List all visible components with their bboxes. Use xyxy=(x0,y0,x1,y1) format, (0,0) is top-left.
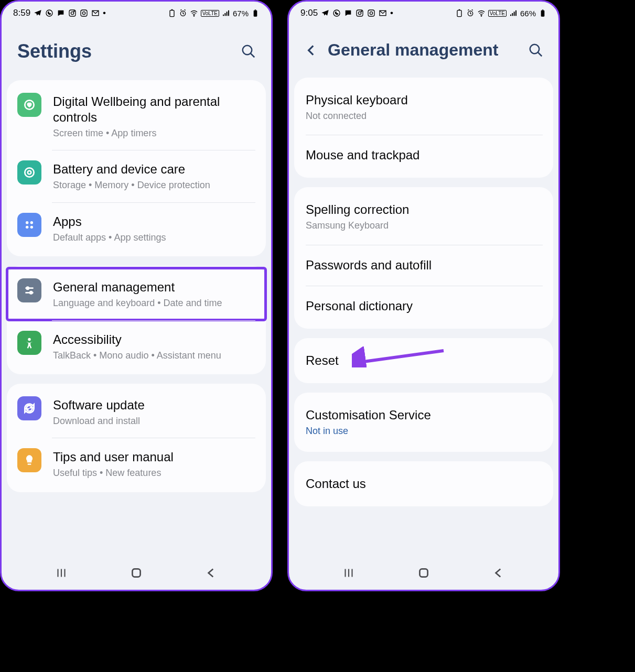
svg-point-15 xyxy=(28,171,31,175)
dot-icon: • xyxy=(103,8,106,18)
item-label: Tips and user manual xyxy=(53,449,254,465)
telegram-icon xyxy=(34,9,42,17)
gmail-icon xyxy=(91,9,100,17)
item-physical-keyboard[interactable]: Physical keyboard Not connected xyxy=(294,80,553,135)
item-sub: Default apps • App settings xyxy=(53,232,254,244)
svg-point-17 xyxy=(30,221,33,224)
search-button[interactable] xyxy=(528,42,544,58)
status-left: 8:59 • xyxy=(13,8,106,18)
svg-rect-11 xyxy=(255,9,256,10)
status-bar: 9:05 • VoLTE 66% xyxy=(289,2,558,21)
item-label: Battery and device care xyxy=(53,161,254,177)
svg-rect-31 xyxy=(457,10,461,17)
target-icon xyxy=(17,160,41,185)
svg-rect-28 xyxy=(368,10,374,16)
volte-icon: VoLTE xyxy=(488,10,507,17)
chat-icon xyxy=(344,9,352,17)
item-tips[interactable]: Tips and user manual Useful tips • New f… xyxy=(7,438,266,490)
alarm-icon xyxy=(179,9,187,17)
card: Software update Download and install Tip… xyxy=(7,384,266,492)
item-software-update[interactable]: Software update Download and install xyxy=(7,386,266,438)
svg-rect-35 xyxy=(542,9,544,10)
item-passwords[interactable]: Passwords and autofill xyxy=(294,245,553,286)
header: General management xyxy=(289,21,558,78)
settings-list[interactable]: Digital Wellbeing and parental controls … xyxy=(2,80,271,559)
item-spelling[interactable]: Spelling correction Samsung Keyboard xyxy=(294,189,553,244)
item-label: Digital Wellbeing and parental controls xyxy=(53,94,254,125)
item-sub: Language and keyboard • Date and time xyxy=(53,297,254,309)
item-label: Physical keyboard xyxy=(306,92,542,108)
volte-icon: VoLTE xyxy=(201,10,219,17)
back-button[interactable] xyxy=(305,44,318,57)
phone-general-management: 9:05 • VoLTE 66% General management xyxy=(287,0,560,591)
item-apps[interactable]: Apps Default apps • App settings xyxy=(7,202,266,254)
home-button[interactable] xyxy=(130,566,143,580)
gm-list[interactable]: Physical keyboard Not connected Mouse an… xyxy=(289,78,558,559)
refresh-icon xyxy=(17,396,41,420)
item-digital-wellbeing[interactable]: Digital Wellbeing and parental controls … xyxy=(7,82,266,150)
svg-point-16 xyxy=(26,221,28,224)
svg-rect-37 xyxy=(419,569,427,577)
gmail-icon xyxy=(379,9,387,17)
back-button[interactable] xyxy=(205,566,218,580)
signal-icon xyxy=(222,9,230,17)
item-label: Apps xyxy=(53,214,254,230)
status-time: 8:59 xyxy=(13,8,30,18)
person-icon xyxy=(17,331,41,355)
svg-point-19 xyxy=(30,225,33,228)
card: Digital Wellbeing and parental controls … xyxy=(7,80,266,256)
card: Reset xyxy=(294,338,553,383)
svg-point-21 xyxy=(30,291,32,294)
svg-point-14 xyxy=(25,168,34,177)
item-label: Personal dictionary xyxy=(306,298,542,314)
svg-point-0 xyxy=(46,10,52,16)
whatsapp-icon xyxy=(332,9,341,17)
svg-point-18 xyxy=(26,225,28,228)
item-sub: Not connected xyxy=(306,110,542,122)
item-battery-care[interactable]: Battery and device care Storage • Memory… xyxy=(7,150,266,202)
card: Spelling correction Samsung Keyboard Pas… xyxy=(294,187,553,328)
search-button[interactable] xyxy=(241,44,256,59)
item-customisation[interactable]: Customisation Service Not in use xyxy=(294,395,553,450)
signal-icon xyxy=(509,9,518,17)
item-personal-dictionary[interactable]: Personal dictionary xyxy=(294,286,553,327)
svg-point-2 xyxy=(71,12,73,14)
back-button[interactable] xyxy=(492,566,505,580)
battery-pct: 66% xyxy=(520,9,536,18)
recents-button[interactable] xyxy=(55,566,68,580)
bulb-icon xyxy=(17,448,41,472)
grid-icon xyxy=(17,213,41,237)
phone-settings: 8:59 • VoLTE 67% Settings xyxy=(0,0,273,591)
item-mouse-trackpad[interactable]: Mouse and trackpad xyxy=(294,135,553,176)
svg-rect-7 xyxy=(170,10,174,17)
item-label: Reset xyxy=(306,353,542,368)
status-bar: 8:59 • VoLTE 67% xyxy=(2,2,271,21)
wifi-icon xyxy=(190,9,198,17)
telegram-icon xyxy=(321,9,329,17)
item-general-management[interactable]: General management Language and keyboard… xyxy=(7,268,266,320)
item-label: Contact us xyxy=(306,476,542,492)
svg-point-22 xyxy=(28,338,30,340)
item-label: Accessibility xyxy=(53,332,254,348)
svg-rect-10 xyxy=(254,10,257,17)
item-accessibility[interactable]: Accessibility TalkBack • Mono audio • As… xyxy=(7,320,266,372)
svg-point-27 xyxy=(361,11,362,12)
status-right: VoLTE 66% xyxy=(455,9,547,18)
svg-point-5 xyxy=(82,12,85,14)
card: Physical keyboard Not connected Mouse an… xyxy=(294,78,553,178)
item-reset[interactable]: Reset xyxy=(294,340,553,381)
item-sub: Storage • Memory • Device protection xyxy=(53,179,254,191)
svg-point-20 xyxy=(27,287,29,289)
wifi-icon xyxy=(477,9,486,17)
recents-button[interactable] xyxy=(342,566,356,580)
item-label: Mouse and trackpad xyxy=(306,147,542,163)
chat-icon xyxy=(57,9,65,17)
item-sub: Screen time • App timers xyxy=(53,127,254,139)
item-contact-us[interactable]: Contact us xyxy=(294,463,553,504)
status-left: 9:05 • xyxy=(300,8,393,18)
item-sub: Samsung Keyboard xyxy=(306,220,542,232)
nav-bar xyxy=(289,559,558,590)
svg-rect-34 xyxy=(541,10,545,17)
home-button[interactable] xyxy=(417,566,430,580)
item-label: General management xyxy=(53,279,254,295)
